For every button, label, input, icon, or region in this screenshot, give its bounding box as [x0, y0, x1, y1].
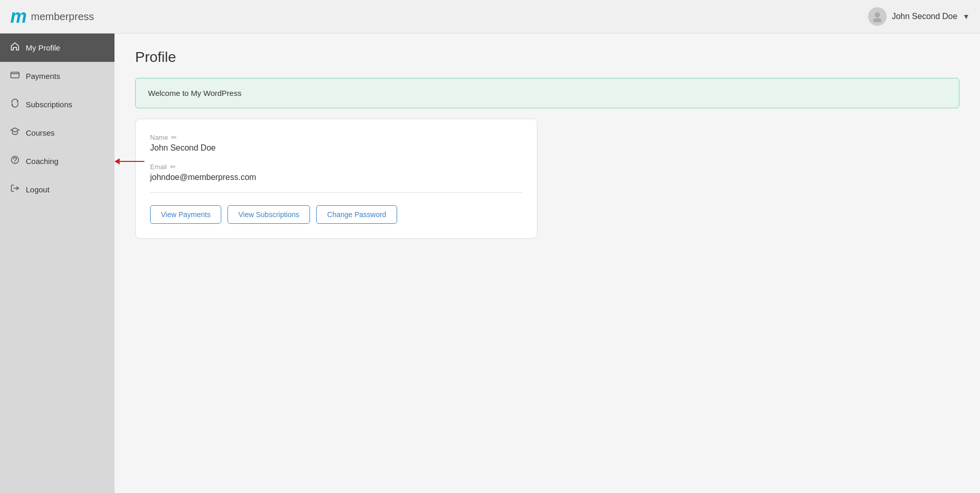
sidebar-label-my-profile: My Profile — [26, 43, 60, 52]
sidebar-item-payments[interactable]: Payments — [0, 62, 115, 90]
sidebar-label-logout: Logout — [26, 185, 50, 194]
email-label: Email ✏ — [150, 163, 522, 171]
page-title: Profile — [135, 49, 959, 65]
courses-icon — [10, 127, 20, 139]
email-value: johndoe@memberpress.com — [150, 173, 522, 182]
email-field: Email ✏ johndoe@memberpress.com — [150, 163, 522, 182]
logo-area: m memberpress — [10, 7, 94, 26]
sidebar-label-courses: Courses — [26, 128, 55, 137]
user-menu[interactable]: John Second Doe ▼ — [868, 7, 970, 26]
svg-point-1 — [873, 18, 881, 22]
logo-text: memberpress — [31, 11, 94, 23]
chevron-down-icon: ▼ — [962, 12, 970, 21]
main-content: Profile Welcome to My WordPress Name ✏ J… — [115, 34, 980, 493]
name-value: John Second Doe — [150, 143, 522, 153]
name-label: Name ✏ — [150, 134, 522, 141]
svg-point-4 — [14, 162, 15, 162]
header: m memberpress John Second Doe ▼ — [0, 0, 980, 34]
sidebar-label-payments: Payments — [26, 72, 60, 80]
name-field: Name ✏ John Second Doe — [150, 134, 522, 153]
sidebar-label-subscriptions: Subscriptions — [26, 100, 72, 109]
card-icon — [10, 70, 20, 82]
sidebar-item-coaching[interactable]: Coaching — [0, 147, 115, 175]
sidebar-item-logout[interactable]: Logout — [0, 175, 115, 204]
welcome-box: Welcome to My WordPress — [135, 78, 959, 108]
home-icon — [10, 42, 20, 54]
email-edit-icon[interactable]: ✏ — [170, 163, 176, 171]
sidebar-item-subscriptions[interactable]: Subscriptions — [0, 90, 115, 119]
user-name: John Second Doe — [892, 12, 957, 21]
sidebar-item-courses[interactable]: Courses — [0, 119, 115, 147]
logo-icon: m — [10, 7, 27, 26]
refresh-icon — [10, 98, 20, 110]
avatar — [868, 7, 887, 26]
svg-rect-2 — [11, 72, 19, 78]
sidebar-label-coaching: Coaching — [26, 157, 58, 166]
name-edit-icon[interactable]: ✏ — [171, 134, 177, 141]
coaching-icon — [10, 155, 20, 167]
profile-card: Name ✏ John Second Doe Email ✏ johndoe@m… — [135, 119, 537, 239]
logout-icon — [10, 184, 20, 195]
svg-point-0 — [875, 12, 880, 18]
change-password-button[interactable]: Change Password — [316, 205, 397, 224]
profile-divider — [150, 192, 522, 193]
body-layout: My Profile Payments Subscriptions — [0, 34, 980, 493]
welcome-message: Welcome to My WordPress — [148, 89, 241, 97]
sidebar-item-my-profile[interactable]: My Profile — [0, 34, 115, 62]
view-subscriptions-button[interactable]: View Subscriptions — [227, 205, 310, 224]
view-payments-button[interactable]: View Payments — [150, 205, 221, 224]
button-row: View Payments View Subscriptions Change … — [150, 205, 522, 224]
sidebar: My Profile Payments Subscriptions — [0, 34, 115, 493]
